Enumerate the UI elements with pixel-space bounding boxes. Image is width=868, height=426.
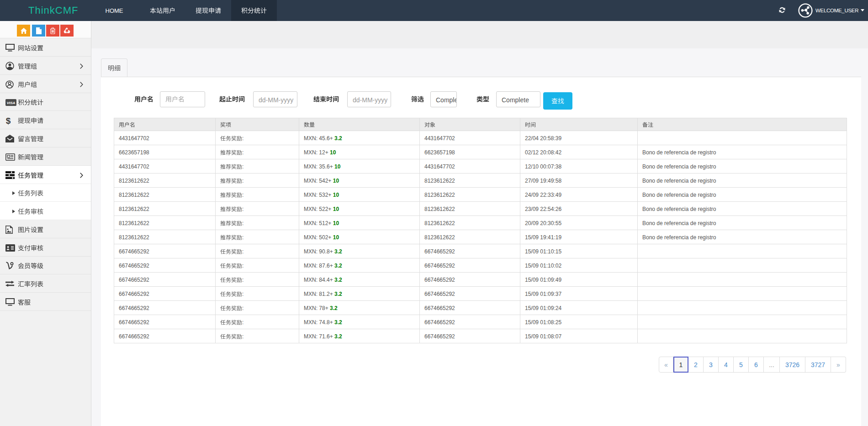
svg-text:$: $ <box>6 116 11 125</box>
svg-text:VISA: VISA <box>7 101 16 105</box>
